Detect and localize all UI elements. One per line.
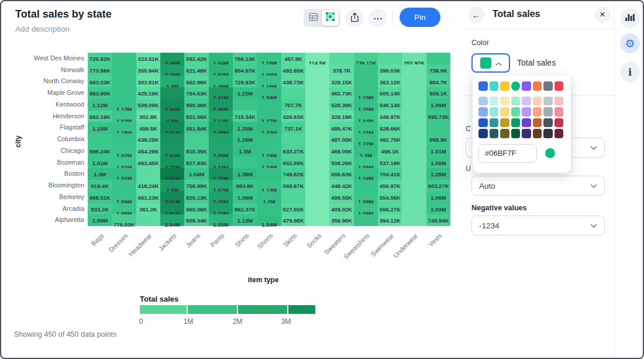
heatmap-cell[interactable]: 528.66K <box>378 122 402 134</box>
heatmap-cell[interactable]: 528.39K <box>329 99 354 111</box>
heatmap-cell[interactable] <box>257 203 281 215</box>
palette-swatch[interactable] <box>490 118 499 128</box>
heatmap-cell[interactable]: 323.51K <box>136 53 161 64</box>
heatmap-cell[interactable] <box>305 192 330 203</box>
heatmap-cell[interactable]: 426.63K <box>281 111 306 122</box>
heatmap-cell[interactable]: 738.9K <box>426 64 451 76</box>
heatmap-cell[interactable]: 1.06M <box>426 192 451 203</box>
palette-swatch[interactable] <box>478 81 488 91</box>
heatmap-cell[interactable] <box>402 145 426 157</box>
heatmap-cell[interactable]: 1.06M <box>257 64 281 76</box>
heatmap-cell[interactable]: 454.29K <box>136 145 161 157</box>
heatmap-cell[interactable]: 556.27K <box>378 203 402 215</box>
heatmap-cell[interactable]: 329.15K <box>329 76 354 87</box>
heatmap-cell[interactable]: 459.5K <box>136 122 161 134</box>
info-button[interactable]: i <box>620 62 640 82</box>
heatmap-cell[interactable] <box>305 214 330 226</box>
palette-swatch[interactable] <box>522 97 531 106</box>
heatmap-cell[interactable] <box>402 180 426 192</box>
heatmap-cell[interactable]: 2.12M <box>209 111 233 122</box>
heatmap-cell[interactable]: 456.97K <box>378 180 402 192</box>
heatmap-cell[interactable]: 1.05M <box>354 157 378 169</box>
palette-swatch[interactable] <box>511 97 521 106</box>
heatmap-cell[interactable]: 903.27K <box>426 180 451 192</box>
palette-swatch[interactable] <box>511 81 521 91</box>
heatmap-cell[interactable] <box>305 64 330 76</box>
heatmap-cell[interactable]: 2.41M <box>209 87 233 99</box>
heatmap-cell[interactable]: 378.7K <box>329 64 354 76</box>
heatmap-cell[interactable] <box>305 203 330 215</box>
heatmap-cell[interactable]: 737.1K <box>281 122 306 134</box>
heatmap-cell[interactable]: 592.42K <box>184 53 209 64</box>
heatmap-cell[interactable]: 448.42K <box>329 180 354 192</box>
heatmap-cell[interactable] <box>160 134 185 145</box>
heatmap-cell[interactable]: 784.63K <box>184 87 209 99</box>
heatmap-cell[interactable]: 438.73K <box>281 76 306 87</box>
heatmap-cell[interactable]: 926.1K <box>426 87 451 99</box>
chart-panel-button[interactable] <box>620 8 640 28</box>
negative-values-dropdown[interactable]: -1234 <box>471 216 605 235</box>
heatmap-cell[interactable]: 984.8K <box>233 180 257 192</box>
heatmap-cell[interactable] <box>402 111 426 122</box>
heatmap-cell[interactable]: 509.09K <box>136 99 161 111</box>
table-view-toggle[interactable] <box>305 10 322 26</box>
heatmap-cell[interactable]: 485.47K <box>329 122 354 134</box>
palette-swatch[interactable] <box>511 107 521 117</box>
heatmap-cell[interactable]: 983.95K <box>88 87 112 99</box>
heatmap-cell[interactable]: 725.82K <box>88 53 112 64</box>
heatmap-cell[interactable]: 2.5M <box>160 180 185 192</box>
heatmap-cell[interactable]: 1.34M <box>257 214 281 226</box>
heatmap-cell[interactable] <box>402 76 426 87</box>
heatmap-cell[interactable]: 825.13K <box>184 192 209 203</box>
palette-swatch[interactable] <box>490 107 499 117</box>
heatmap-cell[interactable]: 2.29M <box>160 64 185 76</box>
heatmap-cell[interactable]: 469.09K <box>329 145 354 157</box>
heatmap-cell[interactable]: 2.8M <box>160 111 185 122</box>
heatmap-cell[interactable]: 562.96K <box>184 76 209 87</box>
heatmap-cell[interactable] <box>426 53 451 64</box>
heatmap-cell[interactable]: 3.01M <box>160 192 185 203</box>
heatmap-cell[interactable] <box>426 122 451 134</box>
heatmap-cell[interactable]: 487.05K <box>329 134 354 145</box>
heatmap-cell[interactable] <box>305 111 330 122</box>
heatmap-cell[interactable]: 662.19K <box>88 111 112 122</box>
heatmap-cell[interactable]: 463.45K <box>136 157 161 169</box>
palette-swatch[interactable] <box>533 81 542 91</box>
heatmap-cell[interactable] <box>402 122 426 134</box>
heatmap-cell[interactable]: 1.01M <box>88 157 112 169</box>
heatmap-cell[interactable]: 546.14K <box>378 99 402 111</box>
heatmap-cell[interactable]: 1.03M <box>112 111 136 122</box>
heatmap-cell[interactable]: 2.94M <box>160 99 185 111</box>
heatmap-cell[interactable]: 749.94K <box>426 214 451 226</box>
heatmap-cell[interactable]: 1.16M <box>257 76 281 87</box>
heatmap-cell[interactable]: 537.19K <box>378 157 402 169</box>
palette-swatch[interactable] <box>490 97 499 106</box>
heatmap-cell[interactable]: 3.62M <box>160 168 185 180</box>
heatmap-cell[interactable]: 1.22M <box>354 134 378 145</box>
heatmap-cell[interactable]: 1.62M <box>209 64 233 76</box>
heatmap-cell[interactable]: 1.24M <box>257 157 281 169</box>
heatmap-cell[interactable]: 462.73K <box>329 87 354 99</box>
heatmap-cell[interactable] <box>233 99 257 111</box>
heatmap-cell[interactable]: 1.27M <box>257 111 281 122</box>
more-button[interactable]: ⋯ <box>369 9 387 28</box>
heatmap-cell[interactable]: 303.81K <box>136 76 161 87</box>
heatmap-cell[interactable]: 252.92K <box>402 53 426 64</box>
palette-swatch[interactable] <box>490 129 499 138</box>
heatmap-cell[interactable]: 821.06K <box>184 111 209 122</box>
heatmap-cell[interactable] <box>112 180 136 192</box>
heatmap-cell[interactable]: 951.84K <box>184 122 209 134</box>
share-button[interactable] <box>345 9 364 28</box>
heatmap-cell[interactable]: 2.48M <box>209 122 233 134</box>
heatmap-cell[interactable]: 1.19M <box>257 145 281 157</box>
heatmap-cell[interactable]: 363.12K <box>378 76 402 87</box>
palette-swatch[interactable] <box>522 107 531 117</box>
heatmap-cell[interactable]: 302.8K <box>136 111 161 122</box>
heatmap-cell[interactable] <box>233 157 257 169</box>
heatmap-cell[interactable]: 704.41K <box>378 168 402 180</box>
heatmap-cell[interactable]: 684.7K <box>426 76 451 87</box>
heatmap-cell[interactable]: 438.25K <box>136 134 161 145</box>
heatmap-cell[interactable] <box>305 168 330 180</box>
heatmap-cell[interactable] <box>305 87 330 99</box>
palette-swatch[interactable] <box>500 129 509 138</box>
